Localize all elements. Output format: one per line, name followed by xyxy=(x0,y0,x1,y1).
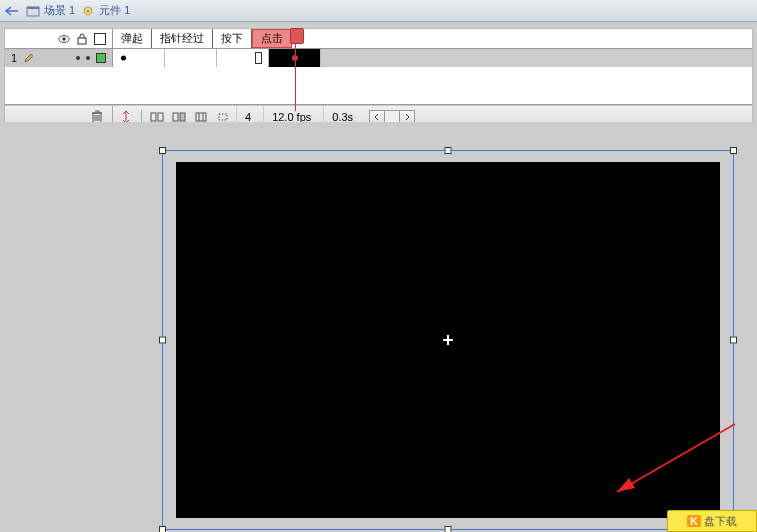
svg-rect-11 xyxy=(180,113,185,121)
watermark-text: 盘下载 xyxy=(704,514,737,529)
frame-cells[interactable] xyxy=(113,49,321,67)
tab-over-label: 指针经过 xyxy=(160,31,204,46)
breadcrumb-scene-label: 场景 1 xyxy=(44,3,75,18)
stage-area[interactable]: K盘下载 xyxy=(0,122,757,532)
svg-rect-6 xyxy=(78,38,86,44)
timeline-empty-space xyxy=(5,67,752,105)
handle-top-left[interactable] xyxy=(159,147,166,154)
layer-header: 弹起 指针经过 按下 点击 xyxy=(5,29,752,49)
handle-middle-right[interactable] xyxy=(730,337,737,344)
layer-row[interactable]: 1 xyxy=(5,49,752,67)
svg-rect-8 xyxy=(151,113,156,121)
breadcrumb: 场景 1 元件 1 xyxy=(0,0,757,22)
back-button[interactable] xyxy=(4,4,20,18)
svg-rect-9 xyxy=(158,113,163,121)
symbol-icon xyxy=(81,5,95,17)
svg-point-5 xyxy=(62,37,65,40)
tab-up[interactable]: 弹起 xyxy=(113,29,152,48)
frame-cell-up[interactable] xyxy=(113,49,165,67)
breadcrumb-symbol[interactable]: 元件 1 xyxy=(81,3,130,18)
scene-icon xyxy=(26,5,40,17)
svg-point-3 xyxy=(87,9,90,12)
tab-up-label: 弹起 xyxy=(121,31,143,46)
elapsed-value: 0.3s xyxy=(332,111,353,123)
layer-header-controls xyxy=(5,29,113,48)
layer-color-box[interactable] xyxy=(96,53,106,63)
lock-dot[interactable] xyxy=(86,56,90,60)
frame-state-tabs: 弹起 指针经过 按下 点击 xyxy=(113,29,292,48)
frame-cell-down[interactable] xyxy=(217,49,269,67)
tab-down-label: 按下 xyxy=(221,31,243,46)
layer-row-controls: 1 xyxy=(5,49,113,67)
tab-over[interactable]: 指针经过 xyxy=(152,29,213,48)
breadcrumb-symbol-label: 元件 1 xyxy=(99,3,130,18)
current-frame-value: 4 xyxy=(245,111,251,123)
svg-rect-1 xyxy=(27,7,39,9)
frame-cell-hit[interactable] xyxy=(269,49,321,67)
tab-down[interactable]: 按下 xyxy=(213,29,252,48)
handle-bottom-left[interactable] xyxy=(159,526,166,532)
lock-icon[interactable] xyxy=(76,33,88,45)
breadcrumb-scene[interactable]: 场景 1 xyxy=(26,3,75,18)
timeline-panel: 弹起 指针经过 按下 点击 1 xyxy=(4,28,753,128)
tab-hit-label: 点击 xyxy=(261,31,283,46)
frame-cell-over[interactable] xyxy=(165,49,217,67)
stage-selection[interactable] xyxy=(162,150,734,530)
visibility-dot[interactable] xyxy=(76,56,80,60)
handle-middle-left[interactable] xyxy=(159,337,166,344)
watermark: K盘下载 xyxy=(667,510,757,532)
outline-toggle-icon[interactable] xyxy=(94,33,106,45)
selection-bounds xyxy=(162,150,734,530)
handle-top-right[interactable] xyxy=(730,147,737,154)
visibility-icon[interactable] xyxy=(58,33,70,45)
pencil-icon xyxy=(23,52,35,64)
svg-rect-12 xyxy=(196,113,206,121)
svg-rect-13 xyxy=(219,114,227,120)
tab-hit[interactable]: 点击 xyxy=(252,29,292,48)
layer-name: 1 xyxy=(11,52,17,64)
fps-value: 12.0 fps xyxy=(272,111,311,123)
svg-rect-10 xyxy=(173,113,178,121)
handle-top-center[interactable] xyxy=(445,147,452,154)
handle-bottom-center[interactable] xyxy=(445,526,452,532)
